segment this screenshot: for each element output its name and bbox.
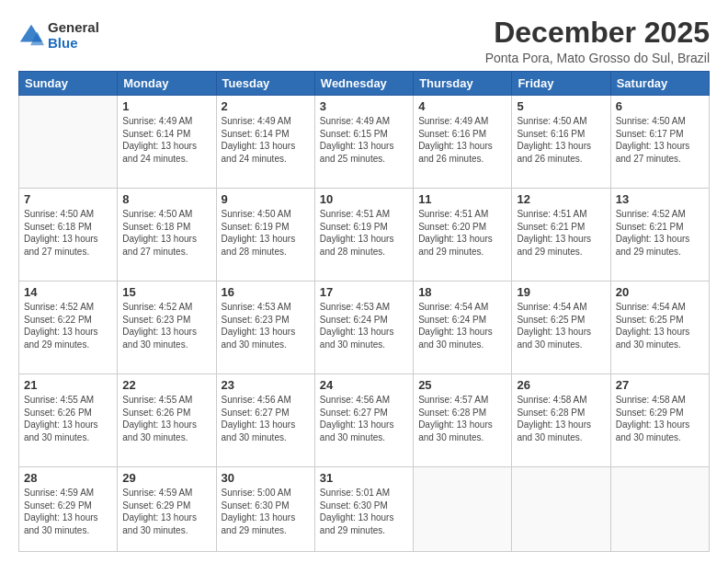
day-info: Sunrise: 4:56 AMSunset: 6:27 PMDaylight:… <box>320 394 408 443</box>
calendar-cell: 20Sunrise: 4:54 AMSunset: 6:25 PMDayligh… <box>610 282 709 374</box>
day-info: Sunrise: 4:55 AMSunset: 6:26 PMDaylight:… <box>24 394 112 443</box>
calendar-cell <box>414 467 512 552</box>
day-info: Sunrise: 4:50 AMSunset: 6:18 PMDaylight:… <box>122 208 210 258</box>
calendar-cell: 5Sunrise: 4:50 AMSunset: 6:16 PMDaylight… <box>512 96 610 189</box>
day-number: 8 <box>122 192 210 206</box>
day-number: 5 <box>517 99 605 113</box>
calendar-cell: 10Sunrise: 4:51 AMSunset: 6:19 PMDayligh… <box>314 189 413 282</box>
calendar-cell: 14Sunrise: 4:52 AMSunset: 6:22 PMDayligh… <box>19 282 118 374</box>
header-wednesday: Wednesday <box>314 72 413 96</box>
calendar-cell: 7Sunrise: 4:50 AMSunset: 6:18 PMDaylight… <box>19 189 118 282</box>
day-info: Sunrise: 4:59 AMSunset: 6:29 PMDaylight:… <box>24 487 112 536</box>
header-friday: Friday <box>512 72 610 96</box>
calendar-cell: 2Sunrise: 4:49 AMSunset: 6:14 PMDaylight… <box>216 96 314 189</box>
calendar-cell: 28Sunrise: 4:59 AMSunset: 6:29 PMDayligh… <box>19 467 118 552</box>
day-info: Sunrise: 4:57 AMSunset: 6:28 PMDaylight:… <box>418 394 506 443</box>
logo-icon <box>18 23 44 49</box>
day-info: Sunrise: 5:01 AMSunset: 6:30 PMDaylight:… <box>320 487 408 536</box>
day-number: 23 <box>222 378 310 392</box>
calendar-cell <box>19 96 118 189</box>
day-number: 4 <box>418 99 506 113</box>
calendar-cell: 6Sunrise: 4:50 AMSunset: 6:17 PMDaylight… <box>610 96 709 189</box>
calendar-week-1: 1Sunrise: 4:49 AMSunset: 6:14 PMDaylight… <box>19 96 710 189</box>
header-sunday: Sunday <box>19 72 118 96</box>
day-number: 25 <box>418 378 506 392</box>
logo-blue-label: Blue <box>48 36 99 52</box>
day-number: 26 <box>517 378 605 392</box>
header-tuesday: Tuesday <box>216 72 314 96</box>
calendar-cell: 29Sunrise: 4:59 AMSunset: 6:29 PMDayligh… <box>118 467 216 552</box>
calendar-cell: 25Sunrise: 4:57 AMSunset: 6:28 PMDayligh… <box>414 374 512 467</box>
title-block: December 2025 Ponta Pora, Mato Grosso do… <box>485 17 710 65</box>
calendar-cell: 18Sunrise: 4:54 AMSunset: 6:24 PMDayligh… <box>414 282 512 374</box>
day-number: 31 <box>320 471 408 485</box>
header-thursday: Thursday <box>414 72 512 96</box>
day-info: Sunrise: 4:52 AMSunset: 6:21 PMDaylight:… <box>616 208 704 258</box>
day-number: 16 <box>222 285 310 299</box>
day-info: Sunrise: 4:52 AMSunset: 6:22 PMDaylight:… <box>24 301 112 350</box>
calendar-cell: 3Sunrise: 4:49 AMSunset: 6:15 PMDaylight… <box>314 96 413 189</box>
day-info: Sunrise: 4:51 AMSunset: 6:20 PMDaylight:… <box>418 208 506 258</box>
day-number: 1 <box>122 99 210 113</box>
header: General Blue December 2025 Ponta Pora, M… <box>18 17 710 65</box>
day-info: Sunrise: 4:54 AMSunset: 6:25 PMDaylight:… <box>517 301 605 350</box>
logo: General Blue <box>18 20 99 51</box>
day-info: Sunrise: 4:51 AMSunset: 6:19 PMDaylight:… <box>320 208 408 258</box>
day-info: Sunrise: 4:54 AMSunset: 6:25 PMDaylight:… <box>616 301 704 350</box>
day-number: 24 <box>320 378 408 392</box>
calendar-cell: 27Sunrise: 4:58 AMSunset: 6:29 PMDayligh… <box>610 374 709 467</box>
day-number: 30 <box>222 471 310 485</box>
month-title: December 2025 <box>485 17 710 49</box>
day-number: 10 <box>320 192 408 206</box>
day-info: Sunrise: 4:56 AMSunset: 6:27 PMDaylight:… <box>222 394 310 443</box>
day-number: 12 <box>517 192 605 206</box>
calendar-week-4: 21Sunrise: 4:55 AMSunset: 6:26 PMDayligh… <box>19 374 710 467</box>
day-number: 11 <box>418 192 506 206</box>
calendar-week-5: 28Sunrise: 4:59 AMSunset: 6:29 PMDayligh… <box>19 467 710 552</box>
day-number: 3 <box>320 99 408 113</box>
day-number: 19 <box>517 285 605 299</box>
day-info: Sunrise: 4:51 AMSunset: 6:21 PMDaylight:… <box>517 208 605 258</box>
calendar-cell: 26Sunrise: 4:58 AMSunset: 6:28 PMDayligh… <box>512 374 610 467</box>
day-info: Sunrise: 4:49 AMSunset: 6:14 PMDaylight:… <box>122 115 210 165</box>
calendar-cell: 1Sunrise: 4:49 AMSunset: 6:14 PMDaylight… <box>118 96 216 189</box>
day-info: Sunrise: 4:52 AMSunset: 6:23 PMDaylight:… <box>122 301 210 350</box>
header-saturday: Saturday <box>610 72 709 96</box>
day-number: 6 <box>616 99 704 113</box>
day-number: 21 <box>24 378 112 392</box>
day-number: 20 <box>616 285 704 299</box>
day-number: 2 <box>222 99 310 113</box>
calendar-cell: 17Sunrise: 4:53 AMSunset: 6:24 PMDayligh… <box>314 282 413 374</box>
day-info: Sunrise: 4:49 AMSunset: 6:16 PMDaylight:… <box>418 115 506 165</box>
calendar-cell: 24Sunrise: 4:56 AMSunset: 6:27 PMDayligh… <box>314 374 413 467</box>
day-number: 28 <box>24 471 112 485</box>
day-info: Sunrise: 4:49 AMSunset: 6:14 PMDaylight:… <box>222 115 310 165</box>
day-number: 29 <box>122 471 210 485</box>
day-info: Sunrise: 5:00 AMSunset: 6:30 PMDaylight:… <box>222 487 310 536</box>
day-info: Sunrise: 4:50 AMSunset: 6:17 PMDaylight:… <box>616 115 704 165</box>
calendar-cell: 31Sunrise: 5:01 AMSunset: 6:30 PMDayligh… <box>314 467 413 552</box>
day-info: Sunrise: 4:50 AMSunset: 6:16 PMDaylight:… <box>517 115 605 165</box>
day-number: 22 <box>122 378 210 392</box>
calendar-cell: 9Sunrise: 4:50 AMSunset: 6:19 PMDaylight… <box>216 189 314 282</box>
calendar-week-3: 14Sunrise: 4:52 AMSunset: 6:22 PMDayligh… <box>19 282 710 374</box>
day-info: Sunrise: 4:49 AMSunset: 6:15 PMDaylight:… <box>320 115 408 165</box>
calendar-cell: 8Sunrise: 4:50 AMSunset: 6:18 PMDaylight… <box>118 189 216 282</box>
day-number: 14 <box>24 285 112 299</box>
day-number: 15 <box>122 285 210 299</box>
calendar-cell: 30Sunrise: 5:00 AMSunset: 6:30 PMDayligh… <box>216 467 314 552</box>
calendar-table: SundayMondayTuesdayWednesdayThursdayFrid… <box>18 71 710 552</box>
day-info: Sunrise: 4:54 AMSunset: 6:24 PMDaylight:… <box>418 301 506 350</box>
calendar-cell: 21Sunrise: 4:55 AMSunset: 6:26 PMDayligh… <box>19 374 118 467</box>
day-info: Sunrise: 4:58 AMSunset: 6:29 PMDaylight:… <box>616 394 704 443</box>
calendar-cell <box>610 467 709 552</box>
logo-text: General Blue <box>48 20 99 51</box>
header-monday: Monday <box>118 72 216 96</box>
calendar-cell: 15Sunrise: 4:52 AMSunset: 6:23 PMDayligh… <box>118 282 216 374</box>
day-info: Sunrise: 4:59 AMSunset: 6:29 PMDaylight:… <box>122 487 210 536</box>
calendar-cell: 11Sunrise: 4:51 AMSunset: 6:20 PMDayligh… <box>414 189 512 282</box>
calendar-cell: 22Sunrise: 4:55 AMSunset: 6:26 PMDayligh… <box>118 374 216 467</box>
day-number: 9 <box>222 192 310 206</box>
day-number: 27 <box>616 378 704 392</box>
day-info: Sunrise: 4:58 AMSunset: 6:28 PMDaylight:… <box>517 394 605 443</box>
